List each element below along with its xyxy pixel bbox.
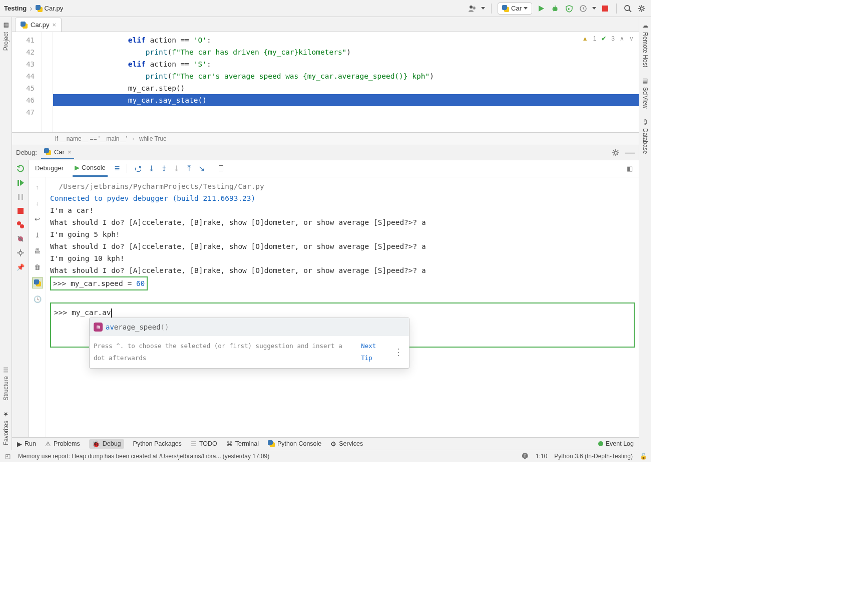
clear-all-button[interactable]: 🗑 — [32, 261, 43, 272]
editor-inspection-widget[interactable]: ▲ 1 ✔ 3 ∧ ∨ — [582, 35, 634, 42]
breadcrumb-file[interactable]: Car.py — [36, 5, 64, 12]
new-console-button[interactable] — [32, 277, 43, 288]
down-stack-button[interactable]: ↓ — [32, 197, 43, 208]
pin-tab-button[interactable]: 📌 — [16, 262, 25, 271]
coverage-button[interactable] — [564, 4, 574, 14]
tool-windows-quick-access-button[interactable]: ◰ — [4, 453, 11, 460]
cursor-position[interactable]: 1:10 — [536, 453, 547, 460]
stop-button[interactable] — [16, 206, 25, 215]
structure-tool-button[interactable]: Structure ☰ — [3, 361, 10, 406]
debugger-settings-button[interactable] — [16, 248, 25, 257]
debug-session-label: Car — [54, 148, 65, 156]
step-into-my-code-button[interactable]: ⤈ — [161, 164, 167, 173]
close-tab-button[interactable]: × — [53, 21, 57, 29]
editor-tab-car[interactable]: Car.py × — [15, 18, 62, 32]
console-output[interactable]: /Users/jetbrains/PycharmProjects/Testing… — [46, 177, 639, 437]
remote-host-label: Remote Host — [642, 32, 649, 67]
run-config-selector[interactable]: Car — [498, 3, 532, 15]
favorites-tool-button[interactable]: Favorites ★ — [3, 406, 10, 450]
python-interpreter[interactable]: Python 3.6 (In-Depth-Testing) — [554, 453, 633, 460]
next-tip-link[interactable]: Next Tip — [361, 340, 387, 364]
completion-hint: Press ^. to choose the selected (or firs… — [94, 340, 356, 364]
services-tool-button[interactable]: ⚙Services — [330, 440, 363, 448]
completion-popup[interactable]: maverage_speed()Press ^. to choose the s… — [89, 318, 409, 369]
console-input[interactable]: >>> my_car.avmaverage_speed()Press ^. to… — [50, 302, 635, 348]
close-session-button[interactable]: × — [68, 148, 72, 156]
step-over-button[interactable]: ⭯ — [134, 164, 142, 173]
console-tab[interactable]: ▶ Console — [73, 161, 108, 177]
debug-settings-button[interactable] — [611, 148, 621, 158]
run-toolbar: Car — [467, 3, 647, 15]
database-icon: 🛢 — [642, 119, 649, 125]
code-editor[interactable]: 41424344454647 elif action == 'O': print… — [12, 32, 639, 132]
terminal-tool-button[interactable]: ⌘Terminal — [226, 440, 259, 448]
more-options-button[interactable]: ⋮ — [392, 346, 405, 358]
run-button[interactable] — [536, 4, 546, 14]
prev-highlight-button[interactable]: ∧ — [620, 35, 624, 42]
svg-point-11 — [17, 221, 21, 225]
breadcrumb-project[interactable]: Testing — [4, 5, 27, 12]
next-highlight-button[interactable]: ∨ — [629, 35, 634, 42]
completion-item[interactable]: maverage_speed() — [90, 318, 409, 336]
context-crumb[interactable]: while True — [139, 135, 167, 142]
sciview-tool-button[interactable]: ▤ SciView — [642, 72, 649, 113]
debugger-tab[interactable]: Debugger — [33, 161, 66, 176]
mute-breakpoints-button[interactable] — [16, 234, 25, 243]
check-count: 3 — [611, 35, 615, 42]
code-line[interactable]: elif action == 'S': — [53, 58, 639, 70]
soft-wrap-button[interactable]: ↩ — [32, 213, 43, 224]
run-tool-button[interactable]: ▶Run — [17, 440, 36, 448]
chevron-down-icon[interactable] — [481, 7, 485, 10]
context-crumb[interactable]: if __name__ == '__main__' — [55, 135, 127, 142]
status-bar: ◰ Memory use report: Heap dump has been … — [0, 450, 651, 462]
console-play-icon: ▶ — [75, 164, 80, 171]
history-button[interactable]: 🕓 — [32, 293, 43, 304]
debug-session-tab[interactable]: Car × — [41, 146, 75, 159]
status-message[interactable]: Memory use report: Heap dump has been cr… — [18, 453, 269, 460]
project-icon: ▦ — [3, 22, 10, 29]
force-step-into-button[interactable]: ⤓ — [173, 164, 180, 173]
search-everywhere-button[interactable] — [623, 4, 633, 14]
chevron-down-icon[interactable] — [592, 7, 596, 10]
bug-icon: 🐞 — [92, 440, 100, 448]
database-tool-button[interactable]: 🛢 Database — [642, 114, 649, 159]
debug-tool-button[interactable]: 🐞Debug — [89, 439, 124, 449]
add-config-button[interactable] — [467, 4, 477, 14]
editor-code-area[interactable]: elif action == 'O': print(f"The car has … — [53, 32, 639, 132]
svg-rect-10 — [18, 208, 24, 214]
layout-settings-button[interactable]: ◧ — [625, 164, 635, 174]
code-line[interactable]: my_car.step() — [53, 82, 639, 94]
run-to-cursor-button[interactable]: ↘ — [198, 164, 205, 173]
ide-settings-button[interactable] — [637, 4, 647, 14]
debug-button[interactable] — [550, 4, 560, 14]
remote-host-tool-button[interactable]: ☁ Remote Host — [642, 17, 649, 72]
step-out-button[interactable]: ⤒ — [186, 164, 192, 173]
threads-icon[interactable]: ≡ — [115, 163, 120, 174]
problems-tool-button[interactable]: ⚠Problems — [45, 440, 80, 448]
pause-button[interactable] — [16, 192, 25, 201]
python-console-tool-button[interactable]: Python Console — [268, 440, 321, 447]
code-line[interactable]: my_car.say_state() — [53, 94, 639, 106]
background-tasks-button[interactable]: ⓿ — [522, 453, 529, 460]
event-log-tool-button[interactable]: Event Log — [598, 440, 634, 447]
services-icon: ⚙ — [330, 440, 336, 448]
up-stack-button[interactable]: ↑ — [32, 181, 43, 192]
project-tool-button[interactable]: Project ▦ — [3, 17, 10, 56]
print-button[interactable]: 🖶 — [32, 245, 43, 256]
evaluate-expression-button[interactable]: 🖩 — [217, 164, 225, 173]
code-line[interactable]: print(f"The car has driven {my_car}kilom… — [53, 46, 639, 58]
scroll-to-end-button[interactable]: ⤓ — [32, 229, 43, 240]
resume-button[interactable] — [16, 178, 25, 187]
profile-button[interactable] — [578, 4, 588, 14]
read-only-toggle[interactable]: 🔓 — [640, 453, 647, 460]
step-into-button[interactable]: ⤓ — [148, 164, 155, 173]
python-packages-tool-button[interactable]: Python Packages — [133, 440, 182, 447]
code-line[interactable]: elif action == 'O': — [53, 34, 639, 46]
rerun-button[interactable] — [16, 164, 25, 173]
stop-button[interactable] — [600, 4, 610, 14]
todo-tool-button[interactable]: ☰TODO — [191, 440, 217, 448]
code-line[interactable]: print(f"The car's average speed was {my_… — [53, 70, 639, 82]
view-breakpoints-button[interactable] — [16, 220, 25, 229]
hide-tool-button[interactable]: — — [625, 148, 635, 158]
warning-icon: ▲ — [582, 35, 588, 42]
